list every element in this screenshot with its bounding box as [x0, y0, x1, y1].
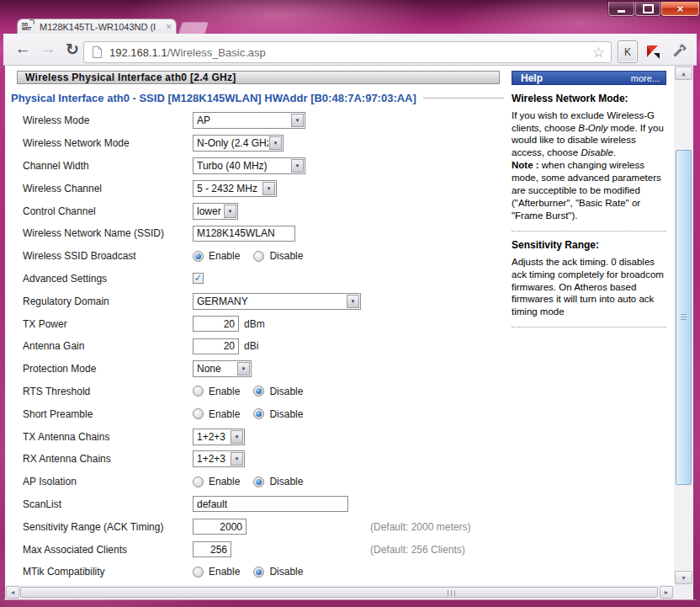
mtik-compatibility-disable-option[interactable]: Disable	[253, 566, 303, 578]
ssid-broadcast-disable-option[interactable]: Disable	[253, 250, 303, 262]
regulatory-domain-select[interactable]: GERMANY▼	[193, 293, 361, 310]
rts-threshold-disable-option[interactable]: Disable	[253, 386, 303, 397]
chevron-down-icon[interactable]: ▼	[347, 295, 359, 308]
control-channel-select[interactable]: lower▼	[193, 203, 238, 220]
wrench-settings-icon[interactable]	[671, 43, 687, 60]
horizontal-scrollbar-thumb[interactable]	[20, 587, 658, 598]
ddwrt-favicon-icon: DDWRT	[22, 21, 35, 33]
browser-tab[interactable]: DDWRT M128K145TL-WR1043ND (I ×	[17, 19, 177, 34]
url-path: /Wireless_Basic.asp	[167, 46, 266, 59]
chevron-down-icon[interactable]: ▼	[237, 362, 250, 375]
protection-mode-control: None▼	[193, 360, 252, 377]
form-row-regulatory-domain: Regulatory DomainGERMANY▼	[5, 290, 510, 312]
maximize-button[interactable]	[635, 2, 660, 16]
section-heading-text: Physical Interface ath0 - SSID [M128K145…	[11, 92, 416, 104]
tx-antenna-chains-select[interactable]: 1+2+3▼	[193, 429, 245, 445]
back-icon: ←	[15, 40, 31, 58]
mtik-compatibility-disable-radio[interactable]	[253, 567, 264, 578]
wireless-mode-select[interactable]: AP▼	[193, 112, 305, 129]
form-row-channel-width: Channel WidthTurbo (40 MHz)▼	[5, 155, 510, 178]
ap-isolation-disable-radio[interactable]	[253, 477, 264, 487]
form-row-wireless-mode: Wireless ModeAP▼	[5, 109, 510, 132]
ap-isolation-enable-option[interactable]: Enable	[193, 476, 240, 487]
max-associated-clients-input[interactable]	[193, 541, 231, 557]
close-button[interactable]: ×	[661, 2, 699, 16]
mtik-compatibility-enable-option[interactable]: Enable	[193, 566, 240, 578]
form-row-rts-threshold: RTS ThresholdEnableDisable	[5, 381, 510, 403]
select-value: Turbo (40 MHz)	[194, 158, 290, 173]
select-value: GERMANY	[194, 294, 346, 309]
help-paragraph: Adjusts the ack timing. 0 disables ack t…	[512, 256, 666, 319]
back-button[interactable]: ←	[12, 37, 34, 61]
form-row-ssid-broadcast: Wireless SSID BroadcastEnableDisable	[5, 245, 510, 268]
antenna-gain-input[interactable]	[193, 338, 239, 354]
regulatory-domain-control: GERMANY▼	[193, 293, 361, 310]
ssid-broadcast-enable-option[interactable]: Enable	[193, 250, 240, 262]
scroll-up-button[interactable]: ▲	[675, 67, 692, 80]
tx-power-input[interactable]	[193, 316, 239, 332]
chevron-down-icon[interactable]: ▼	[269, 136, 282, 150]
short-preamble-enable-radio[interactable]	[193, 408, 204, 419]
short-preamble-disable-radio[interactable]	[253, 408, 264, 419]
field-label: Protection Mode	[5, 363, 193, 375]
tab-close-icon[interactable]: ×	[166, 23, 172, 31]
help-more-link[interactable]: more...	[631, 73, 660, 83]
help-text-segment: Disable	[581, 147, 612, 157]
chevron-down-icon[interactable]: ▼	[291, 159, 304, 173]
ssid-broadcast-control: EnableDisable	[193, 250, 316, 262]
help-header: Help more...	[512, 71, 666, 85]
rts-threshold-disable-radio[interactable]	[253, 386, 264, 397]
field-label: Advanced Settings	[5, 273, 193, 285]
horizontal-scrollbar[interactable]: ◄ ►	[5, 585, 674, 599]
wireless-network-mode-select[interactable]: N-Only (2.4 GHz)▼	[193, 135, 284, 152]
keyboard-extension-button[interactable]: K	[618, 40, 638, 63]
minimize-button[interactable]	[608, 2, 634, 16]
scroll-left-button[interactable]: ◄	[6, 586, 19, 599]
chevron-down-icon[interactable]: ▼	[231, 430, 243, 444]
field-label: Wireless Network Name (SSID)	[5, 227, 193, 239]
kaspersky-icon[interactable]	[644, 43, 661, 60]
vertical-scrollbar[interactable]: ▲ ▼	[674, 66, 693, 585]
default-note: (Default: 2000 meters)	[370, 521, 470, 533]
chevron-down-icon[interactable]: ▼	[224, 205, 236, 218]
ssid-broadcast-disable-radio[interactable]	[253, 251, 264, 262]
wireless-channel-select[interactable]: 5 - 2432 MHz▼	[193, 180, 277, 197]
rts-threshold-enable-radio[interactable]	[193, 386, 204, 397]
help-text-segment: .	[613, 147, 616, 157]
ap-isolation-enable-radio[interactable]	[193, 477, 204, 487]
short-preamble-enable-option[interactable]: Enable	[193, 408, 240, 420]
form-row-sensitivity-range: Sensitivity Range (ACK Timing)(Default: …	[5, 515, 510, 538]
chevron-down-icon[interactable]: ▼	[231, 452, 243, 466]
channel-width-select[interactable]: Turbo (40 MHz)▼	[193, 157, 305, 174]
rts-threshold-enable-option[interactable]: Enable	[193, 386, 240, 397]
wireless-mode-control: AP▼	[193, 112, 305, 129]
chevron-down-icon[interactable]: ▼	[262, 182, 275, 195]
help-paragraph: If you wish to exclude Wireless-G client…	[512, 109, 666, 160]
channel-width-control: Turbo (40 MHz)▼	[193, 157, 305, 174]
url-text[interactable]: 192.168.1.1/Wireless_Basic.asp	[109, 46, 266, 59]
chevron-down-icon[interactable]: ▼	[291, 114, 304, 127]
sensitivity-range-input[interactable]	[193, 519, 247, 535]
ssid-broadcast-enable-radio[interactable]	[193, 251, 204, 262]
bookmark-star-icon[interactable]: ☆	[592, 45, 605, 60]
mtik-compatibility-enable-radio[interactable]	[193, 567, 204, 578]
scroll-down-button[interactable]: ▼	[675, 571, 692, 584]
scroll-right-button[interactable]: ►	[660, 586, 673, 599]
vertical-scrollbar-thumb[interactable]	[676, 150, 692, 485]
select-value: 1+2+3	[194, 451, 230, 466]
scanlist-input[interactable]	[193, 496, 348, 512]
reload-button[interactable]: ↻	[61, 37, 83, 61]
new-tab-button[interactable]	[178, 22, 209, 35]
ssid-input[interactable]	[193, 226, 295, 242]
field-label: Antenna Gain	[5, 340, 193, 352]
forward-button[interactable]: →	[37, 37, 59, 61]
advanced-settings-checkbox[interactable]: ✓	[193, 273, 204, 284]
page-content: Wireless Physical Interface ath0 [2.4 GH…	[5, 66, 674, 585]
rx-antenna-chains-select[interactable]: 1+2+3▼	[193, 450, 245, 467]
help-body: Wireless Network Mode:If you wish to exc…	[512, 85, 666, 327]
field-label: TX Power	[5, 318, 193, 330]
short-preamble-disable-option[interactable]: Disable	[253, 408, 303, 420]
ap-isolation-disable-option[interactable]: Disable	[253, 476, 303, 487]
protection-mode-select[interactable]: None▼	[193, 360, 252, 377]
address-bar[interactable]: 192.168.1.1/Wireless_Basic.asp ☆	[83, 41, 612, 63]
